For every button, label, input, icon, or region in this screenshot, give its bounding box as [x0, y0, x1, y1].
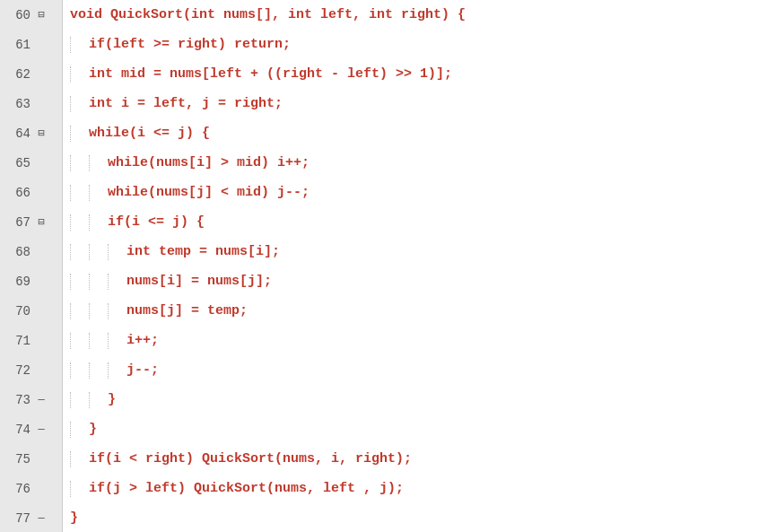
code-line: 68int temp = nums[i]; — [0, 237, 776, 266]
line-number: 65 — [0, 156, 34, 170]
line-gutter: 64⊟ — [0, 118, 63, 148]
indent-guide — [70, 303, 71, 319]
code-text: } — [108, 392, 116, 407]
code-line: 72j--; — [0, 355, 776, 385]
indent-guide — [70, 362, 71, 379]
line-number: 60 — [0, 8, 34, 22]
code-text: void QuickSort(int nums[], int left, int… — [70, 7, 466, 22]
line-number: 71 — [0, 334, 34, 348]
code-line: 75if(i < right) QuickSort(nums, i, right… — [0, 444, 776, 474]
indent-guide — [70, 155, 71, 171]
indent-guide — [70, 333, 71, 349]
code-line: 64⊟while(i <= j) { — [0, 118, 776, 148]
code-line: 69nums[i] = nums[j]; — [0, 266, 776, 296]
line-content: i++; — [63, 326, 159, 355]
line-content: } — [63, 414, 97, 444]
line-number: 69 — [0, 275, 34, 289]
line-number: 63 — [0, 97, 34, 111]
code-line: 61if(left >= right) return; — [0, 30, 776, 59]
line-gutter: 76 — [0, 474, 63, 503]
indent-guide — [108, 303, 109, 319]
code-line: 71i++; — [0, 326, 776, 355]
line-gutter: 75 — [0, 444, 63, 474]
code-text: if(j > left) QuickSort(nums, left , j); — [89, 481, 404, 496]
indent-guide — [70, 126, 71, 142]
line-gutter: 71 — [0, 326, 63, 355]
line-gutter: 62 — [0, 59, 63, 89]
line-content: int mid = nums[left + ((right - left) >>… — [63, 59, 452, 89]
line-gutter: 63 — [0, 89, 63, 118]
line-content: if(i < right) QuickSort(nums, i, right); — [63, 444, 412, 474]
line-content: nums[j] = temp; — [63, 296, 248, 326]
line-content: } — [63, 385, 116, 414]
code-text: while(nums[j] < mid) j--; — [108, 185, 310, 200]
indent-guide — [70, 481, 71, 497]
line-number: 76 — [0, 482, 34, 496]
indent-guide — [89, 244, 90, 260]
indent-guide — [70, 422, 71, 438]
fold-icon: ─ — [34, 423, 48, 436]
line-content: if(i <= j) { — [63, 207, 205, 237]
code-line: 74─} — [0, 414, 776, 444]
line-gutter: 67⊟ — [0, 207, 63, 237]
code-text: while(nums[i] > mid) i++; — [108, 155, 310, 170]
code-line: 63int i = left, j = right; — [0, 89, 776, 118]
line-content: void QuickSort(int nums[], int left, int… — [63, 0, 466, 30]
line-gutter: 70 — [0, 296, 63, 326]
code-text: if(i <= j) { — [108, 214, 205, 230]
indent-guide — [70, 274, 71, 290]
indent-guide — [108, 333, 109, 349]
line-gutter: 61 — [0, 30, 63, 59]
fold-icon[interactable]: ⊟ — [34, 8, 48, 22]
code-line: 67⊟if(i <= j) { — [0, 207, 776, 237]
fold-icon: ─ — [34, 512, 48, 525]
line-number: 66 — [0, 186, 34, 200]
indent-guide — [70, 37, 71, 53]
code-text: int temp = nums[i]; — [126, 244, 280, 259]
line-number: 64 — [0, 126, 34, 141]
line-content: if(left >= right) return; — [63, 30, 291, 59]
line-number: 70 — [0, 304, 34, 318]
line-content: } — [63, 503, 78, 532]
line-gutter: 77─ — [0, 503, 63, 532]
indent-guide — [70, 214, 71, 231]
line-gutter: 69 — [0, 266, 63, 296]
indent-guide — [70, 66, 71, 83]
indent-guide — [108, 362, 109, 379]
line-number: 77 — [0, 511, 34, 526]
indent-guide — [89, 155, 90, 171]
line-gutter: 60⊟ — [0, 0, 63, 30]
indent-guide — [89, 274, 90, 290]
line-content: int temp = nums[i]; — [63, 237, 280, 266]
line-content: if(j > left) QuickSort(nums, left , j); — [63, 474, 404, 503]
line-gutter: 72 — [0, 355, 63, 385]
line-gutter: 65 — [0, 148, 63, 178]
indent-guide — [108, 274, 109, 290]
indent-guide — [70, 451, 71, 467]
line-number: 62 — [0, 67, 34, 82]
line-gutter: 68 — [0, 237, 63, 266]
code-line: 62int mid = nums[left + ((right - left) … — [0, 59, 776, 89]
code-text: } — [70, 510, 78, 526]
fold-icon[interactable]: ⊟ — [34, 126, 48, 140]
line-number: 75 — [0, 452, 34, 467]
indent-guide — [89, 392, 90, 408]
code-line: 60⊟void QuickSort(int nums[], int left, … — [0, 0, 776, 30]
line-content: j--; — [63, 355, 159, 385]
fold-icon[interactable]: ⊟ — [34, 215, 48, 229]
line-number: 67 — [0, 215, 34, 230]
indent-guide — [70, 244, 71, 260]
code-text: nums[i] = nums[j]; — [126, 274, 272, 289]
code-text: while(i <= j) { — [89, 126, 210, 141]
indent-guide — [89, 362, 90, 379]
indent-guide — [89, 333, 90, 349]
code-text: } — [89, 422, 97, 437]
line-number: 68 — [0, 245, 34, 259]
line-number: 72 — [0, 363, 34, 378]
line-gutter: 73─ — [0, 385, 63, 414]
code-editor: 60⊟void QuickSort(int nums[], int left, … — [0, 0, 776, 532]
code-text: int mid = nums[left + ((right - left) >>… — [89, 66, 452, 82]
indent-guide — [70, 392, 71, 408]
line-gutter: 74─ — [0, 414, 63, 444]
line-number: 61 — [0, 38, 34, 52]
